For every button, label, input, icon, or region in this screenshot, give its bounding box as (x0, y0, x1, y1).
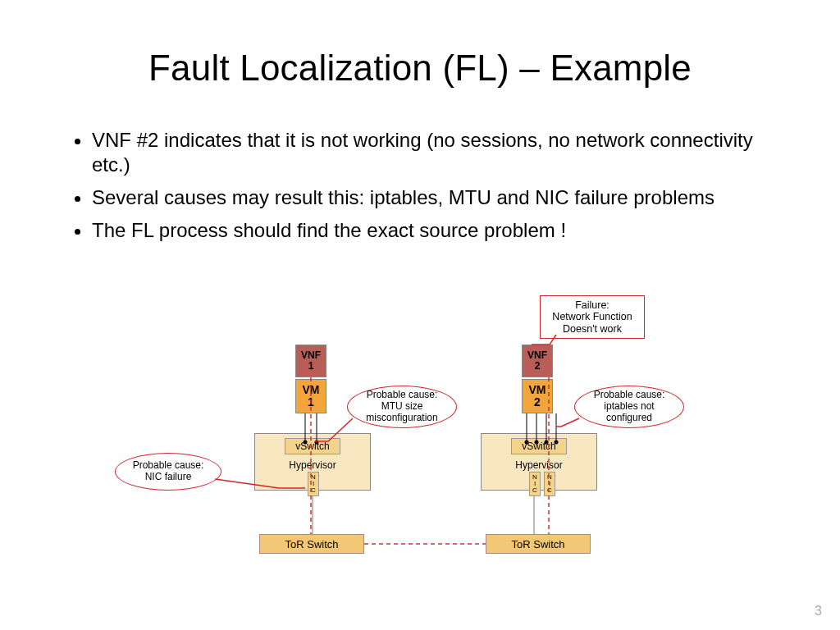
nic1-box: NIC (308, 472, 319, 496)
vm2-box: VM2 (522, 379, 553, 413)
page-number: 3 (815, 604, 822, 619)
vswitch1-box: vSwitch (285, 438, 340, 454)
bullet-item: Several causes may result this: iptables… (92, 185, 763, 210)
vm1-box: VM1 (295, 379, 326, 413)
hypervisor2-label: Hypervisor (515, 460, 562, 471)
bullet-item: VNF #2 indicates that it is not working … (92, 128, 763, 177)
vnf2-box: VNF2 (522, 345, 553, 377)
vswitch2-box: vSwitch (511, 438, 567, 454)
architecture-diagram: VNF1 VM1 vSwitch Hypervisor NIC ToR Swit… (0, 295, 840, 630)
mtu-callout: Probable cause:MTU sizemisconfiguration (347, 386, 457, 428)
hypervisor1-label: Hypervisor (289, 460, 336, 471)
vnf1-box: VNF1 (295, 345, 326, 377)
nicfail-callout: Probable cause:NIC failure (115, 453, 221, 491)
tor2-box: ToR Switch (486, 534, 591, 554)
hypervisor1-box: vSwitch Hypervisor NIC (254, 433, 371, 491)
tor1-box: ToR Switch (259, 534, 364, 554)
failure-callout: Failure:Network FunctionDoesn't work (540, 295, 645, 339)
iptables-callout: Probable cause:iptables notconfigured (574, 386, 684, 428)
nic2a-box: NIC (529, 472, 541, 496)
slide-title: Fault Localization (FL) – Example (0, 0, 840, 89)
hypervisor2-box: vSwitch Hypervisor NIC NIC (481, 433, 597, 491)
bullet-item: The FL process should find the exact sou… (92, 218, 763, 243)
nic2b-box: NIC (544, 472, 555, 496)
bullet-list: VNF #2 indicates that it is not working … (0, 89, 840, 243)
